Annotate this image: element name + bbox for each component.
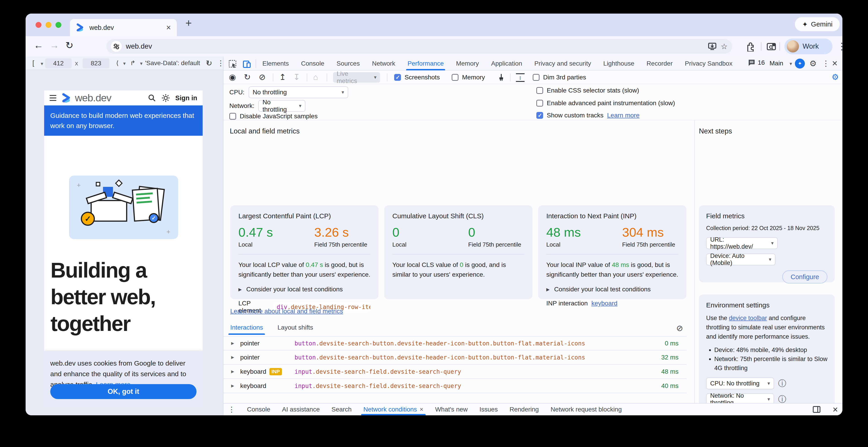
tab-layout-shifts[interactable]: Layout shifts bbox=[278, 324, 313, 335]
load-profile-icon[interactable]: ↥ bbox=[279, 72, 286, 82]
traffic-light-close-icon[interactable] bbox=[35, 22, 41, 28]
interaction-row[interactable]: ▶ pointer button.devsite-search-button.d… bbox=[223, 336, 687, 350]
devtools-settings-gear-icon[interactable]: ⚙ bbox=[809, 59, 816, 68]
disable-js-samples-checkbox[interactable]: Disable JavaScript samples bbox=[229, 113, 318, 120]
drawer-tab-ai-assistance[interactable]: AI assistance bbox=[282, 404, 320, 415]
address-bar[interactable]: web.dev ☆ bbox=[106, 39, 732, 54]
tab-application[interactable]: Application bbox=[491, 57, 522, 70]
inp-consider-disclosure[interactable]: ▶ Consider your local test conditions bbox=[546, 286, 678, 293]
cpu-info-icon[interactable]: ⓘ bbox=[778, 378, 786, 389]
bookmark-star-icon[interactable]: ☆ bbox=[721, 42, 727, 51]
extensions-icon[interactable] bbox=[746, 42, 755, 51]
devtools-kebab-icon[interactable]: ⋮ bbox=[822, 59, 830, 68]
row-expand-icon[interactable]: ▶ bbox=[231, 369, 240, 374]
reload-button[interactable]: ↻ bbox=[65, 40, 73, 51]
install-icon[interactable] bbox=[708, 42, 717, 51]
browser-tab[interactable]: web.dev × bbox=[70, 19, 177, 36]
clear-interactions-icon[interactable]: ⊘ bbox=[676, 323, 683, 333]
clear-icon[interactable]: ⊘ bbox=[259, 72, 266, 82]
url-text[interactable]: web.dev bbox=[126, 42, 704, 50]
sign-in-button[interactable]: Sign in bbox=[175, 94, 197, 102]
metrics-learn-more-link[interactable]: Learn more about local and field metrics bbox=[230, 308, 343, 315]
gc-brush-icon[interactable] bbox=[497, 73, 505, 82]
tab-elements[interactable]: Elements bbox=[262, 57, 289, 70]
perf-settings-gear-icon[interactable]: ⚙ bbox=[832, 72, 839, 82]
devtools-ai-icon[interactable]: ✦ bbox=[795, 59, 805, 69]
traffic-light-zoom-icon[interactable] bbox=[56, 22, 61, 28]
interaction-row[interactable]: ▶ pointer button.devsite-search-button.d… bbox=[223, 350, 687, 365]
field-url-select[interactable]: URL: https://web.dev/▾ bbox=[706, 237, 778, 249]
side-panel-search-icon[interactable] bbox=[766, 42, 776, 51]
zoom-dropdown[interactable]: ⟨▾ bbox=[116, 59, 126, 67]
cookie-ok-button[interactable]: OK, got it bbox=[50, 384, 196, 399]
row-expand-icon[interactable]: ▶ bbox=[231, 341, 240, 346]
back-button[interactable]: ← bbox=[34, 40, 43, 51]
site-logo[interactable]: web.dev bbox=[61, 92, 112, 104]
theme-toggle-icon[interactable] bbox=[161, 94, 170, 102]
drawer-tab-issues[interactable]: Issues bbox=[479, 404, 498, 415]
tab-performance[interactable]: Performance bbox=[407, 57, 444, 70]
configure-button[interactable]: Configure bbox=[782, 270, 828, 283]
device-toolbar-toggle-icon[interactable] bbox=[243, 60, 251, 68]
tab-recorder[interactable]: Recorder bbox=[647, 57, 673, 70]
tab-privacy-security[interactable]: Privacy and security bbox=[534, 57, 591, 70]
css-selector-stats-checkbox[interactable]: Enable CSS selector stats (slow) bbox=[536, 87, 639, 94]
drawer-tab-whats-new[interactable]: What's new bbox=[435, 404, 468, 415]
dim-3rd-parties-checkbox[interactable]: Dim 3rd parties bbox=[533, 74, 586, 81]
show-custom-tracks-checkbox[interactable]: Show custom tracks Learn more bbox=[536, 112, 640, 119]
row-expand-icon[interactable]: ▶ bbox=[231, 383, 240, 388]
record-reload-icon[interactable]: ↻ bbox=[244, 72, 251, 82]
tab-interactions[interactable]: Interactions bbox=[230, 324, 263, 335]
screenshots-checkbox[interactable]: Screenshots bbox=[394, 74, 440, 81]
orientation-dropdown[interactable]: ↱▾ bbox=[130, 59, 143, 67]
paint-instrumentation-checkbox[interactable]: Enable advanced paint instrumentation (s… bbox=[536, 100, 675, 107]
interaction-row[interactable]: ▶ keyboardINP input.devsite-search-field… bbox=[223, 365, 687, 379]
tab-lighthouse[interactable]: Lighthouse bbox=[603, 57, 634, 70]
traffic-light-minimize-icon[interactable] bbox=[45, 22, 52, 28]
device-toolbar-link[interactable]: device toolbar bbox=[729, 315, 767, 321]
collapse-tracks-icon[interactable]: ↕ bbox=[516, 73, 525, 82]
forward-button[interactable]: → bbox=[50, 40, 59, 51]
tab-console[interactable]: Console bbox=[301, 57, 324, 70]
drawer-tab-network-request-blocking[interactable]: Network request blocking bbox=[551, 404, 622, 415]
drawer-tab-rendering[interactable]: Rendering bbox=[509, 404, 539, 415]
new-tab-button[interactable]: + bbox=[185, 17, 192, 29]
hamburger-menu-icon[interactable] bbox=[50, 95, 56, 101]
browser-menu-kebab-icon[interactable]: ⋮ bbox=[837, 41, 842, 52]
lcp-consider-disclosure[interactable]: ▶ Consider your local test conditions bbox=[238, 286, 370, 293]
record-icon[interactable]: ◉ bbox=[229, 72, 236, 82]
field-device-select[interactable]: Device: Auto (Mobile)▾ bbox=[706, 253, 775, 265]
network-info-icon[interactable]: ⓘ bbox=[778, 394, 786, 403]
device-width-input[interactable]: 412 bbox=[45, 58, 72, 68]
profile-chip[interactable]: Work bbox=[784, 38, 833, 54]
inspect-element-icon[interactable] bbox=[228, 60, 237, 68]
drawer-layout-icon[interactable] bbox=[812, 405, 821, 414]
row-expand-icon[interactable]: ▶ bbox=[231, 355, 240, 360]
site-settings-icon[interactable] bbox=[111, 41, 122, 52]
env-cpu-select[interactable]: CPU: No throttling▾ bbox=[706, 378, 774, 389]
live-metrics-home-icon[interactable]: ⌂ bbox=[313, 72, 318, 82]
rotate-device-icon[interactable]: ↻ bbox=[206, 59, 212, 68]
interaction-row[interactable]: ▶ keyboard input.devsite-search-field.de… bbox=[223, 379, 687, 393]
drawer-tab-network-conditions[interactable]: Network conditions × bbox=[363, 404, 423, 415]
save-data-dropdown[interactable]: 'Save-Data': default ▾ bbox=[145, 60, 209, 67]
custom-tracks-learn-more-link[interactable]: Learn more bbox=[607, 112, 640, 119]
drawer-tab-search[interactable]: Search bbox=[332, 404, 351, 415]
drawer-kebab-icon[interactable]: ⋮ bbox=[228, 405, 235, 414]
devtools-close-icon[interactable]: × bbox=[832, 58, 838, 69]
memory-checkbox[interactable]: Memory bbox=[452, 74, 485, 81]
tab-sources[interactable]: Sources bbox=[336, 57, 360, 70]
drawer-tab-close-icon[interactable]: × bbox=[420, 406, 423, 413]
device-height-input[interactable]: 823 bbox=[83, 58, 110, 68]
drawer-close-icon[interactable]: × bbox=[833, 405, 838, 415]
issues-counter[interactable]: 16 bbox=[748, 59, 765, 67]
dimensions-dropdown[interactable]: [ ▾ bbox=[32, 59, 43, 67]
site-search-icon[interactable] bbox=[148, 94, 156, 102]
save-profile-icon[interactable]: ↧ bbox=[293, 72, 300, 82]
tab-privacy-sandbox[interactable]: Privacy Sandbox bbox=[685, 57, 733, 70]
cpu-throttling-select[interactable]: No throttling▾ bbox=[249, 87, 348, 98]
tab-close-icon[interactable]: × bbox=[166, 23, 171, 32]
gemini-button[interactable]: ✦ Gemini bbox=[795, 17, 840, 31]
env-network-select[interactable]: Network: No throttling▾ bbox=[706, 393, 774, 403]
network-throttling-select[interactable]: No throttling▾ bbox=[258, 100, 305, 112]
